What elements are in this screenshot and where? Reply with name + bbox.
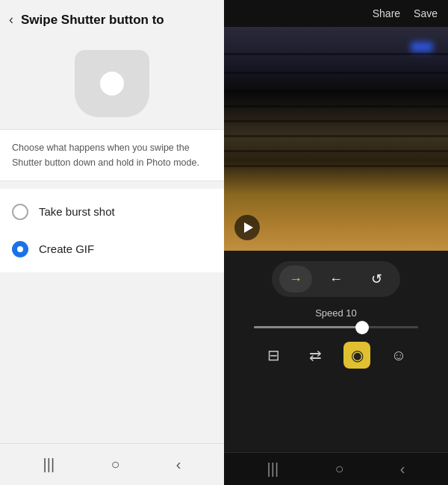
video-stripe-4	[224, 105, 448, 107]
description-text: Choose what happens when you swipe the S…	[12, 143, 199, 168]
right-header: Share Save	[224, 0, 448, 27]
description-section: Choose what happens when you swipe the S…	[0, 129, 224, 181]
video-stripe-5	[224, 120, 448, 122]
radio-gif-inner	[17, 246, 23, 252]
video-stripe-8	[224, 165, 448, 167]
video-stripe-2	[224, 72, 448, 74]
play-button[interactable]	[234, 215, 260, 240]
shutter-illustration	[0, 35, 224, 129]
right-nav: ||| ○ ‹	[224, 452, 448, 485]
video-stripe-7	[224, 150, 448, 152]
right-nav-home[interactable]: ○	[335, 460, 343, 478]
direction-reverse[interactable]: ←	[320, 266, 352, 292]
left-header: ‹ Swipe Shutter button to	[0, 0, 224, 35]
video-background	[224, 27, 448, 251]
option-burst-label: Take burst shot	[39, 205, 115, 218]
left-nav-menu[interactable]: |||	[43, 456, 55, 473]
slider-fill	[254, 326, 361, 328]
speed-edit-icon: ⇄	[309, 346, 322, 364]
direction-loop[interactable]: ↺	[360, 266, 393, 292]
forward-icon: →	[289, 272, 302, 287]
back-button[interactable]: ‹	[9, 12, 13, 28]
controls-section: → ← ↺ Speed 10 ⊟ ⇄ ◉	[224, 251, 448, 452]
direction-buttons: → ← ↺	[272, 261, 400, 297]
slider-track	[254, 326, 418, 328]
tool-emoji[interactable]: ☺	[385, 342, 412, 369]
option-gif-label: Create GIF	[39, 242, 94, 255]
page-title: Swipe Shutter button to	[21, 13, 164, 28]
tool-trim[interactable]: ⊟	[260, 342, 287, 369]
option-create-gif[interactable]: Create GIF	[0, 231, 224, 268]
video-stripe-6	[224, 135, 448, 137]
tool-speed-edit[interactable]: ⇄	[302, 342, 329, 369]
filter-icon: ◉	[351, 346, 364, 364]
video-container	[224, 27, 448, 251]
left-nav: ||| ○ ‹	[0, 443, 224, 485]
radio-burst[interactable]	[12, 204, 28, 220]
direction-forward[interactable]: →	[279, 266, 312, 292]
play-icon	[244, 222, 253, 233]
loop-icon: ↺	[371, 271, 382, 287]
options-section: Take burst shot Create GIF	[0, 189, 224, 272]
left-nav-back[interactable]: ‹	[176, 456, 181, 473]
right-nav-menu[interactable]: |||	[267, 460, 279, 478]
reverse-icon: ←	[329, 272, 343, 287]
tool-filter[interactable]: ◉	[343, 342, 370, 369]
right-panel: Share Save → ← ↺ Speed 10	[224, 0, 448, 485]
shutter-circle	[100, 72, 124, 96]
share-button[interactable]: Share	[373, 7, 400, 19]
radio-gif[interactable]	[12, 241, 28, 257]
option-burst-shot[interactable]: Take burst shot	[0, 193, 224, 231]
emoji-icon: ☺	[391, 347, 406, 364]
trim-icon: ⊟	[267, 346, 280, 364]
bottom-tools: ⊟ ⇄ ◉ ☺	[260, 342, 412, 369]
right-nav-back[interactable]: ‹	[400, 460, 405, 478]
video-stripe-1	[224, 53, 448, 55]
left-panel: ‹ Swipe Shutter button to Choose what ha…	[0, 0, 224, 485]
video-stripe-3	[224, 90, 448, 93]
save-button[interactable]: Save	[414, 7, 438, 19]
slider-thumb[interactable]	[355, 321, 369, 334]
shutter-icon	[75, 50, 149, 117]
left-nav-home[interactable]: ○	[111, 456, 119, 473]
speed-slider[interactable]	[254, 326, 418, 328]
speed-label: Speed 10	[315, 307, 357, 319]
video-blue-accent	[411, 42, 433, 52]
